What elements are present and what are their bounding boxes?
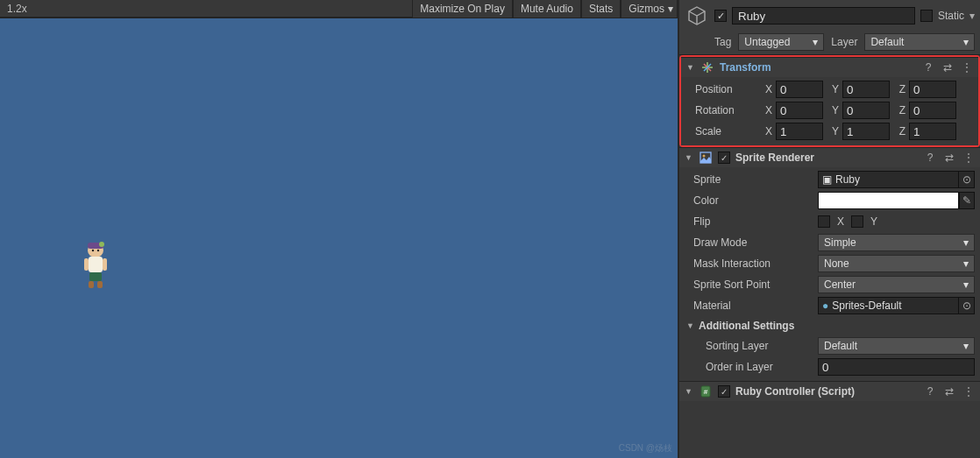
mute-audio-button[interactable]: Mute Audio: [513, 0, 581, 18]
axis-z-label: Z: [893, 104, 905, 116]
help-icon[interactable]: ?: [924, 385, 936, 398]
game-view-panel: 1.2x Maximize On Play Mute Audio Stats G…: [0, 0, 679, 458]
rotation-y-input[interactable]: [842, 102, 890, 119]
flip-label: Flip: [685, 215, 813, 228]
object-picker-icon[interactable]: ⊙: [958, 172, 974, 187]
chevron-down-icon[interactable]: ▾: [969, 10, 975, 22]
gameobject-icon[interactable]: [685, 4, 709, 28]
menu-icon[interactable]: ⋮: [962, 151, 975, 164]
axis-x-label: X: [760, 125, 772, 137]
help-icon[interactable]: ?: [924, 151, 936, 164]
svg-rect-4: [89, 272, 102, 281]
axis-y-label: Y: [827, 125, 839, 137]
stats-button[interactable]: Stats: [581, 0, 621, 18]
chevron-down-icon: ▾: [668, 3, 673, 15]
position-y-input[interactable]: [842, 81, 890, 98]
axis-y-label: Y: [827, 104, 839, 116]
svg-point-2: [99, 242, 104, 247]
flip-y-checkbox[interactable]: [851, 215, 863, 228]
ruby-controller-component: ▼ # ✓ Ruby Controller (Script) ? ⇄ ⋮: [679, 381, 980, 401]
position-x-input[interactable]: [776, 81, 823, 98]
transform-title: Transform: [720, 61, 771, 74]
gizmos-button[interactable]: Gizmos ▾: [621, 0, 678, 18]
order-in-layer-label: Order in Layer: [685, 361, 813, 373]
tag-value: Untagged: [744, 36, 790, 48]
mask-interaction-dropdown[interactable]: None ▾: [818, 255, 975, 272]
ruby-controller-enable-checkbox[interactable]: ✓: [718, 385, 730, 398]
sprite-sort-point-dropdown[interactable]: Center ▾: [818, 276, 975, 293]
draw-mode-value: Simple: [824, 236, 856, 249]
sprite-renderer-enable-checkbox[interactable]: ✓: [718, 151, 730, 164]
material-value: Sprites-Default: [832, 299, 901, 312]
foldout-icon[interactable]: ▼: [686, 63, 695, 72]
active-checkbox[interactable]: ✓: [714, 10, 727, 22]
order-in-layer-input[interactable]: [818, 358, 975, 376]
chevron-down-icon: ▾: [963, 36, 969, 48]
chevron-down-icon: ▾: [963, 278, 969, 291]
gizmos-label: Gizmos: [628, 3, 664, 15]
rotation-z-input[interactable]: [909, 102, 956, 119]
transform-component: ▼ Transform ? ⇄ ⋮ Position X Y: [681, 57, 978, 145]
menu-icon[interactable]: ⋮: [962, 385, 975, 398]
additional-settings-title: Additional Settings: [699, 320, 794, 332]
scale-z-input[interactable]: [909, 123, 956, 140]
material-object-field[interactable]: ●Sprites-Default ⊙: [818, 297, 975, 314]
draw-mode-label: Draw Mode: [685, 236, 813, 249]
color-label: Color: [685, 194, 813, 207]
layer-value: Default: [870, 36, 904, 48]
static-label: Static: [938, 10, 964, 22]
game-viewport[interactable]: CSDN @炀枝: [0, 18, 678, 458]
preset-icon[interactable]: ⇄: [943, 151, 955, 164]
foldout-icon[interactable]: ▼: [685, 153, 693, 162]
mask-interaction-label: Mask Interaction: [685, 257, 813, 270]
foldout-icon[interactable]: ▼: [686, 321, 695, 330]
ruby-controller-title: Ruby Controller (Script): [735, 385, 855, 398]
sprite-renderer-icon: [699, 151, 713, 165]
zoom-level: 1.2x: [0, 3, 34, 15]
svg-rect-5: [89, 281, 94, 288]
flip-x-checkbox[interactable]: [818, 215, 830, 228]
rotation-x-input[interactable]: [776, 102, 823, 119]
sprite-mini-icon: ▣: [822, 173, 832, 186]
svg-rect-7: [84, 258, 89, 271]
maximize-on-play-button[interactable]: Maximize On Play: [412, 0, 513, 18]
object-picker-icon[interactable]: ⊙: [958, 298, 974, 314]
gameobject-name-input[interactable]: [732, 7, 915, 25]
color-swatch[interactable]: [818, 192, 959, 209]
menu-icon[interactable]: ⋮: [961, 61, 973, 74]
position-label: Position: [686, 83, 756, 95]
mask-interaction-value: None: [824, 257, 849, 270]
position-z-input[interactable]: [909, 81, 956, 98]
eyedropper-icon[interactable]: ✎: [959, 192, 975, 209]
scale-y-input[interactable]: [842, 123, 890, 140]
preset-icon[interactable]: ⇄: [943, 385, 955, 398]
watermark: CSDN @炀枝: [619, 442, 672, 454]
material-label: Material: [685, 299, 813, 312]
scale-x-input[interactable]: [776, 123, 823, 140]
flip-y-label: Y: [870, 215, 877, 228]
tag-dropdown[interactable]: Untagged ▾: [738, 33, 824, 51]
svg-point-9: [92, 250, 94, 251]
flip-x-label: X: [837, 215, 844, 228]
draw-mode-dropdown[interactable]: Simple ▾: [818, 234, 975, 251]
chevron-down-icon: ▾: [963, 236, 969, 249]
preset-icon[interactable]: ⇄: [941, 61, 954, 74]
sorting-layer-label: Sorting Layer: [685, 340, 813, 352]
transform-highlight: ▼ Transform ? ⇄ ⋮ Position X Y: [679, 55, 980, 147]
axis-z-label: Z: [893, 83, 905, 95]
sprite-object-field[interactable]: ▣Ruby ⊙: [818, 171, 975, 188]
svg-rect-3: [89, 257, 103, 272]
ruby-sprite: [81, 241, 110, 290]
axis-z-label: Z: [893, 125, 905, 137]
static-checkbox[interactable]: [920, 10, 933, 22]
layer-label: Layer: [831, 36, 857, 48]
chevron-down-icon: ▾: [813, 36, 818, 48]
sorting-layer-dropdown[interactable]: Default ▾: [818, 337, 975, 355]
sprite-renderer-component: ▼ ✓ Sprite Renderer ? ⇄ ⋮ Sprite ▣Ruby ⊙…: [679, 147, 980, 381]
axis-x-label: X: [760, 83, 772, 95]
layer-dropdown[interactable]: Default ▾: [864, 33, 975, 51]
sorting-layer-value: Default: [824, 340, 857, 352]
help-icon[interactable]: ?: [922, 61, 934, 74]
foldout-icon[interactable]: ▼: [685, 387, 693, 396]
chevron-down-icon: ▾: [963, 340, 969, 352]
